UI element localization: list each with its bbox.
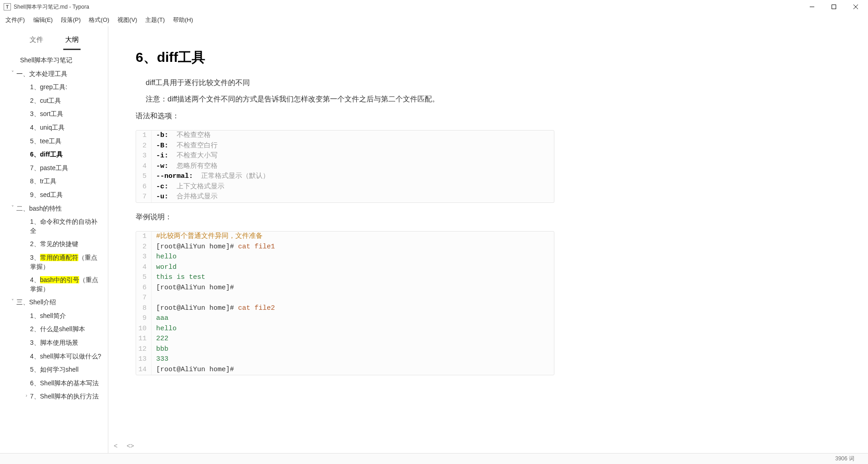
chevron-toggle-icon[interactable]: › xyxy=(23,392,30,399)
titlebar: T Shell脚本学习笔记.md - Typora xyxy=(0,0,868,14)
code-line: 12bbb xyxy=(136,344,554,355)
maximize-button[interactable] xyxy=(827,1,841,12)
outline-label: 7、Shell脚本的执行方法 xyxy=(30,392,103,401)
outline-item-19[interactable]: 3、脚本使用场景 xyxy=(0,336,105,350)
outline-item-14[interactable]: 3、常用的通配符（重点掌握） xyxy=(0,251,105,273)
code-block-options: 1-b: 不检查空格2-B: 不检查空白行3-i: 不检查大小写4-w: 忽略所… xyxy=(136,130,554,203)
outline-item-11[interactable]: ˅二、bash的特性 xyxy=(0,202,105,216)
code-line: 4world xyxy=(136,262,554,273)
outline-label: 2、常见的快捷键 xyxy=(30,240,103,249)
line-number: 9 xyxy=(136,313,152,324)
line-number: 7 xyxy=(136,293,152,303)
outline-tree[interactable]: Shell脚本学习笔记˅一、文本处理工具1、grep工具:2、cut工具3、so… xyxy=(0,50,108,453)
sidebar-tabs: 文件 大纲 xyxy=(0,26,108,50)
line-number: 5 xyxy=(136,171,152,182)
outline-item-6[interactable]: 5、tee工具 xyxy=(0,135,105,148)
code-line: 7 xyxy=(136,293,554,303)
tab-outline[interactable]: 大纲 xyxy=(63,32,81,50)
outline-item-16[interactable]: ˅三、Shell介绍 xyxy=(0,296,105,309)
close-button[interactable] xyxy=(849,1,863,12)
outline-item-13[interactable]: 2、常见的快捷键 xyxy=(0,237,105,251)
code-line: 2[root@AliYun home]# cat file1 xyxy=(136,242,554,252)
outline-item-3[interactable]: 2、cut工具 xyxy=(0,94,105,108)
outline-label: 7、paste工具 xyxy=(30,164,103,173)
outline-item-4[interactable]: 3、sort工具 xyxy=(0,107,105,121)
code-line: 6-c: 上下文格式显示 xyxy=(136,182,554,192)
outline-item-22[interactable]: 6、Shell脚本的基本写法 xyxy=(0,377,105,390)
code-text: [root@AliYun home]# xyxy=(152,283,238,293)
sidebar-toggle-icon[interactable]: < xyxy=(112,441,119,450)
line-number: 14 xyxy=(136,365,152,375)
editor-area[interactable]: 6、diff工具 diff工具用于逐行比较文件的不同 注意：diff描述两个文件… xyxy=(108,26,868,453)
outline-label: 三、Shell介绍 xyxy=(16,298,103,307)
chevron-toggle-icon[interactable]: ˅ xyxy=(9,70,16,76)
code-text: -b: 不检查空格 xyxy=(152,131,211,141)
outline-item-0[interactable]: Shell脚本学习笔记 xyxy=(0,54,105,67)
menu-item-5[interactable]: 主题(T) xyxy=(142,15,168,25)
outline-item-15[interactable]: 4、bash中的引号（重点掌握） xyxy=(0,273,105,296)
outline-item-8[interactable]: 7、paste工具 xyxy=(0,161,105,175)
outline-item-12[interactable]: 1、命令和文件的自动补全 xyxy=(0,215,105,237)
code-text: 222 xyxy=(152,334,168,344)
menu-item-2[interactable]: 段落(P) xyxy=(57,15,84,25)
code-text: -i: 不检查大小写 xyxy=(152,151,218,161)
menu-item-4[interactable]: 视图(V) xyxy=(114,15,141,25)
code-text: [root@AliYun home]# xyxy=(152,365,238,375)
outline-label: 二、bash的特性 xyxy=(16,204,103,213)
outline-label: Shell脚本学习笔记 xyxy=(20,56,103,65)
outline-label: 1、shell简介 xyxy=(30,312,103,321)
code-text: -B: 不检查空白行 xyxy=(152,141,218,151)
outline-label: 2、什么是shell脚本 xyxy=(30,325,103,334)
code-text: [root@AliYun home]# cat file1 xyxy=(152,242,275,252)
code-line: 3hello xyxy=(136,252,554,262)
outline-label: 9、sed工具 xyxy=(30,191,103,200)
outline-item-1[interactable]: ˅一、文本处理工具 xyxy=(0,67,105,81)
code-text xyxy=(152,293,160,303)
outline-label: 2、cut工具 xyxy=(30,96,103,106)
outline-item-10[interactable]: 9、sed工具 xyxy=(0,188,105,202)
outline-item-9[interactable]: 8、tr工具 xyxy=(0,175,105,188)
outline-item-23[interactable]: ›7、Shell脚本的执行方法 xyxy=(0,390,105,403)
line-number: 4 xyxy=(136,262,152,273)
outline-item-2[interactable]: 1、grep工具: xyxy=(0,81,105,94)
code-text: #比较两个普通文件异同，文件准备 xyxy=(152,232,263,242)
outline-label: 6、Shell脚本的基本写法 xyxy=(30,379,103,388)
doc-intro-2: 注意：diff描述两个文件不同的方式是告诉我们怎样改变第一个文件之后与第二个文件… xyxy=(136,92,554,106)
code-text: -w: 忽略所有空格 xyxy=(152,161,218,172)
outline-item-20[interactable]: 4、shell脚本可以做什么? xyxy=(0,350,105,363)
menu-item-1[interactable]: 编辑(E) xyxy=(30,15,56,25)
code-line: 5--normal: 正常格式显示（默认） xyxy=(136,171,554,182)
word-count[interactable]: 3906 词 xyxy=(835,455,854,463)
outline-item-18[interactable]: 2、什么是shell脚本 xyxy=(0,323,105,336)
editor-footer-tools: < <> xyxy=(112,441,136,450)
outline-label: 1、grep工具: xyxy=(30,83,103,92)
outline-highlight: bash中的引号 xyxy=(40,276,79,283)
line-number: 1 xyxy=(136,232,152,242)
doc-heading: 6、diff工具 xyxy=(136,48,554,67)
outline-item-5[interactable]: 4、uniq工具 xyxy=(0,121,105,135)
outline-label: 8、tr工具 xyxy=(30,177,103,186)
outline-item-17[interactable]: 1、shell简介 xyxy=(0,309,105,323)
menu-item-0[interactable]: 文件(F) xyxy=(2,15,29,25)
window-title: Shell脚本学习笔记.md - Typora xyxy=(14,3,89,11)
outline-label: 4、bash中的引号（重点掌握） xyxy=(30,276,103,293)
svg-rect-1 xyxy=(832,5,836,9)
line-number: 1 xyxy=(136,131,152,141)
chevron-toggle-icon[interactable]: ˅ xyxy=(9,298,16,305)
code-block-example: 1#比较两个普通文件异同，文件准备2[root@AliYun home]# ca… xyxy=(136,231,554,375)
menu-item-6[interactable]: 帮助(H) xyxy=(169,15,197,25)
chevron-toggle-icon[interactable]: ˅ xyxy=(9,204,16,211)
code-text: this is test xyxy=(152,272,205,283)
statusbar: 3906 词 xyxy=(0,453,868,464)
code-text: hello xyxy=(152,252,177,262)
outline-label: 4、uniq工具 xyxy=(30,123,103,132)
code-text: hello xyxy=(152,324,177,334)
minimize-button[interactable] xyxy=(805,1,819,12)
menu-item-3[interactable]: 格式(O) xyxy=(85,15,113,25)
outline-item-21[interactable]: 5、如何学习shell xyxy=(0,363,105,377)
line-number: 6 xyxy=(136,182,152,192)
source-mode-icon[interactable]: <> xyxy=(125,441,136,450)
tab-files[interactable]: 文件 xyxy=(28,32,45,50)
line-number: 2 xyxy=(136,141,152,151)
outline-item-7[interactable]: 6、diff工具 xyxy=(0,148,105,161)
